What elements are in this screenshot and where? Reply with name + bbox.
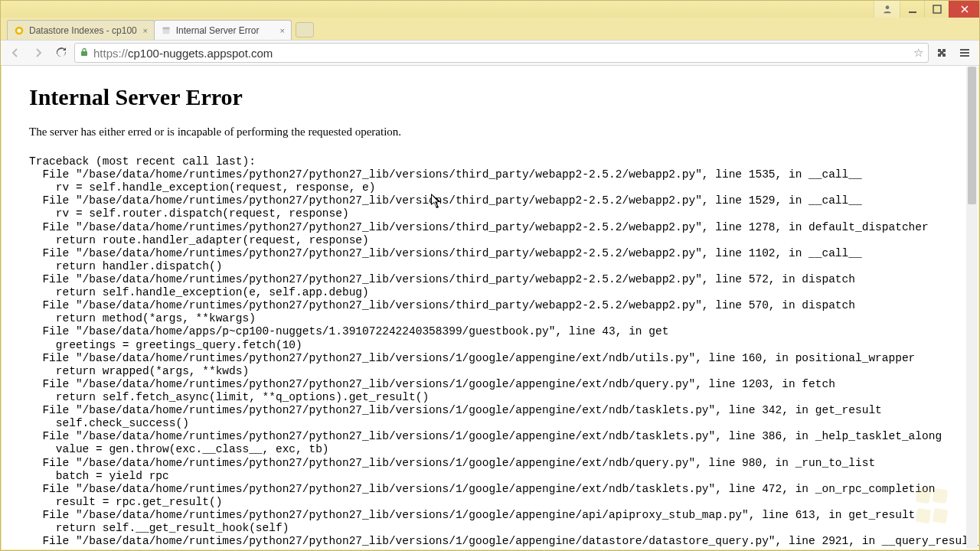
maximize-button[interactable] [924, 1, 949, 18]
page-viewport: Internal Server Error The server has eit… [2, 66, 978, 549]
tab-internal-server-error[interactable]: Internal Server Error × [154, 20, 292, 40]
svg-rect-6 [162, 27, 169, 29]
menu-button[interactable] [955, 43, 975, 63]
reload-icon [55, 47, 67, 59]
reload-button[interactable] [51, 43, 71, 63]
arrow-right-icon [32, 47, 44, 59]
back-button[interactable] [5, 43, 25, 63]
titlebar-spacer [1, 1, 874, 18]
error-message: The server has either erred or is incapa… [29, 126, 951, 139]
user-menu-button[interactable] [874, 1, 900, 18]
tab-close-button[interactable]: × [140, 25, 151, 36]
extension-button[interactable] [932, 43, 952, 63]
watermark [915, 487, 949, 527]
page-title: Internal Server Error [29, 84, 951, 110]
forward-button[interactable] [28, 43, 48, 63]
favicon-icon [161, 25, 172, 36]
browser-toolbar: https://cp100-nuggets.appspot.com ☆ [1, 40, 979, 66]
url-text: https://cp100-nuggets.appspot.com [93, 47, 909, 60]
vertical-scrollbar[interactable] [966, 67, 978, 549]
user-icon [882, 4, 893, 15]
minimize-icon [908, 5, 917, 14]
svg-point-0 [885, 5, 889, 9]
window-titlebar [1, 1, 979, 18]
bookmark-star-button[interactable]: ☆ [913, 46, 923, 60]
arrow-left-icon [9, 47, 21, 59]
tab-label: Datastore Indexes - cp100 [29, 25, 137, 36]
lock-icon [80, 47, 89, 59]
traceback: Traceback (most recent call last): File … [29, 155, 951, 548]
tab-datastore-indexes[interactable]: Datastore Indexes - cp100 × [7, 20, 155, 40]
close-window-button[interactable] [949, 1, 979, 18]
svg-rect-1 [909, 11, 916, 13]
scrollbar-thumb[interactable] [968, 67, 976, 204]
tab-label: Internal Server Error [176, 25, 274, 36]
error-page: Internal Server Error The server has eit… [2, 66, 978, 549]
close-icon [960, 5, 969, 14]
puzzle-icon [936, 47, 948, 59]
tab-close-button[interactable]: × [277, 25, 288, 36]
minimize-button[interactable] [900, 1, 924, 18]
address-bar[interactable]: https://cp100-nuggets.appspot.com ☆ [74, 43, 929, 63]
svg-rect-2 [933, 5, 941, 13]
favicon-icon [14, 25, 24, 36]
tab-strip: Datastore Indexes - cp100 × Internal Ser… [1, 18, 979, 40]
svg-point-4 [17, 28, 21, 32]
hamburger-icon [959, 47, 971, 59]
new-tab-button[interactable] [296, 22, 314, 37]
maximize-icon [933, 5, 942, 14]
svg-rect-7 [81, 51, 87, 56]
